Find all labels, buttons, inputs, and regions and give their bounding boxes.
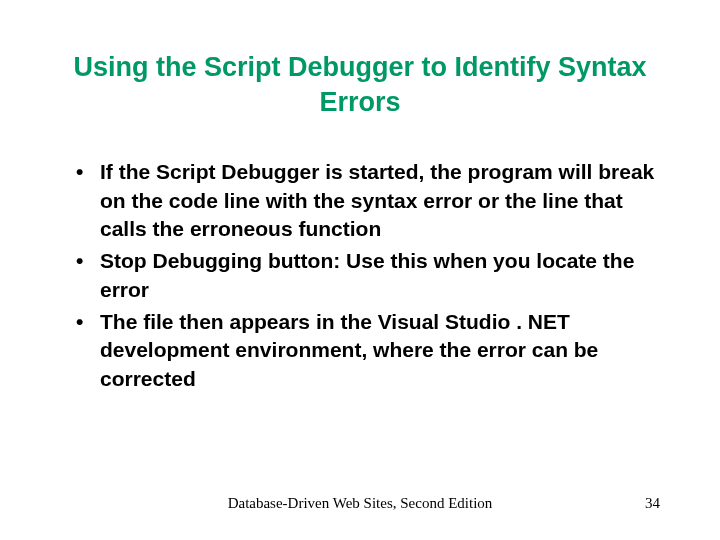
slide: Using the Script Debugger to Identify Sy… — [0, 0, 720, 540]
list-item: If the Script Debugger is started, the p… — [72, 158, 660, 243]
footer: Database-Driven Web Sites, Second Editio… — [0, 495, 720, 512]
page-number: 34 — [645, 495, 660, 512]
list-item: The file then appears in the Visual Stud… — [72, 308, 660, 393]
slide-title: Using the Script Debugger to Identify Sy… — [60, 50, 660, 120]
list-item: Stop Debugging button: Use this when you… — [72, 247, 660, 304]
bullet-list: If the Script Debugger is started, the p… — [60, 158, 660, 393]
footer-text: Database-Driven Web Sites, Second Editio… — [228, 495, 493, 512]
